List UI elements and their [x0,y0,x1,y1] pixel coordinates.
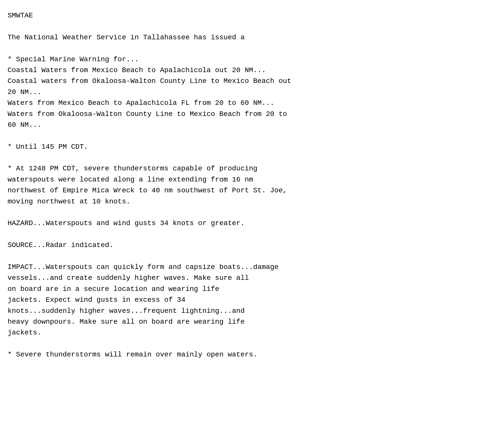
zones-line-7: 60 NM... [8,119,496,130]
footer-paragraph: * Severe thunderstorms will remain over … [8,349,496,360]
spacer-3 [8,152,496,163]
until-line-1: * Until 145 PM CDT. [8,141,496,152]
storm-line-2: waterspouts were located along a line ex… [8,174,496,185]
impact-line-5: knots...suddenly higher waves...frequent… [8,306,496,316]
zones-line-6: Waters from Okaloosa-Walton County Line … [8,109,496,119]
until-paragraph: * Until 145 PM CDT. [8,141,496,152]
spacer-after-header [8,21,496,32]
spacer-2 [8,130,496,141]
storm-paragraph: * At 1248 PM CDT, severe thunderstorms c… [8,163,496,207]
zones-paragraph: * Special Marine Warning for... Coastal … [8,54,496,131]
footer-line-1: * Severe thunderstorms will remain over … [8,349,496,360]
source-paragraph: SOURCE...Radar indicated. [8,240,496,251]
source-line-1: SOURCE...Radar indicated. [8,240,496,251]
intro-paragraph: The National Weather Service in Tallahas… [8,32,496,43]
spacer-4 [8,207,496,218]
main-content: SMWTAE The National Weather Service in T… [8,10,496,360]
spacer-5 [8,229,496,240]
impact-paragraph: IMPACT...Waterspouts can quickly form an… [8,262,496,338]
impact-line-2: vessels...and create suddenly higher wav… [8,272,496,283]
intro-line-1: The National Weather Service in Tallahas… [8,32,496,43]
zones-line-4: 20 NM... [8,87,496,98]
zones-line-1: * Special Marine Warning for... [8,54,496,65]
storm-line-4: moving northwest at 10 knots. [8,196,496,207]
zones-line-5: Waters from Mexico Beach to Apalachicola… [8,98,496,108]
impact-line-3: on board are in a secure location and we… [8,284,496,294]
impact-line-6: heavy downpours. Make sure all on board … [8,316,496,327]
storm-line-1: * At 1248 PM CDT, severe thunderstorms c… [8,163,496,174]
hazard-paragraph: HAZARD...Waterspouts and wind gusts 34 k… [8,218,496,229]
zones-line-3: Coastal waters from Okaloosa-Walton Coun… [8,76,496,86]
header-code: SMWTAE [8,10,496,21]
spacer-7 [8,338,496,349]
spacer-6 [8,251,496,262]
hazard-line-1: HAZARD...Waterspouts and wind gusts 34 k… [8,218,496,229]
impact-line-7: jackets. [8,327,496,338]
impact-line-4: jackets. Expect wind gusts in excess of … [8,294,496,305]
storm-line-3: northwest of Empire Mica Wreck to 40 nm … [8,185,496,196]
zones-line-2: Coastal Waters from Mexico Beach to Apal… [8,65,496,76]
impact-line-1: IMPACT...Waterspouts can quickly form an… [8,262,496,272]
spacer-1 [8,43,496,54]
